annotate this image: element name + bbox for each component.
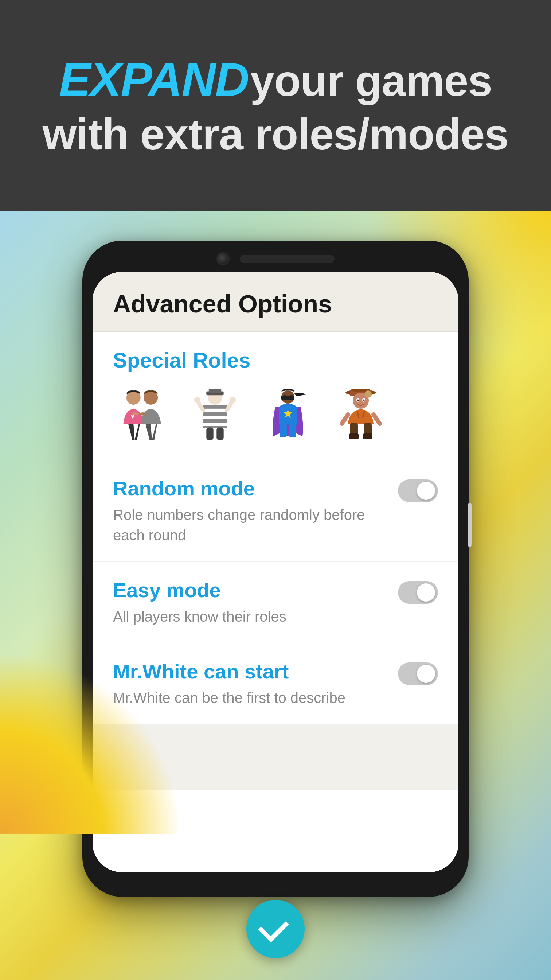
- content-area: Special Roles: [92, 332, 459, 872]
- easy-mode-row: Easy mode All players know their roles: [113, 578, 438, 627]
- fab-area: [246, 900, 305, 958]
- svg-rect-21: [279, 425, 287, 438]
- easy-mode-section: Easy mode All players know their roles: [92, 562, 459, 643]
- phone-screen: Advanced Options Special Roles: [92, 272, 459, 872]
- phone-outer: Advanced Options Special Roles: [83, 240, 468, 897]
- mr-white-toggle[interactable]: [398, 662, 438, 685]
- phone-frame: Advanced Options Special Roles: [83, 240, 468, 897]
- mime-character[interactable]: [186, 385, 244, 444]
- random-mode-section: Random mode Role numbers change randomly…: [92, 460, 459, 562]
- couple-character[interactable]: [113, 385, 171, 444]
- svg-point-18: [282, 395, 287, 399]
- confirm-fab-button[interactable]: [246, 900, 305, 958]
- svg-point-13: [230, 397, 236, 403]
- easy-mode-toggle[interactable]: [398, 581, 438, 604]
- screen-content: Advanced Options Special Roles: [92, 272, 459, 872]
- svg-rect-14: [206, 428, 213, 440]
- front-camera: [216, 252, 230, 266]
- mr-white-label: Mr.White can start: [113, 660, 383, 683]
- svg-rect-6: [203, 405, 227, 409]
- cowboy-character[interactable]: [332, 385, 390, 444]
- svg-point-31: [364, 390, 372, 398]
- mr-white-text: Mr.White can start Mr.White can be the f…: [113, 660, 398, 708]
- mr-white-desc: Mr.White can be the first to describe: [113, 687, 383, 708]
- phone-top-bar: [92, 252, 459, 266]
- checkmark-icon: [258, 912, 289, 942]
- advanced-options-title: Advanced Options: [113, 290, 332, 318]
- svg-line-36: [342, 415, 348, 424]
- superhero-character[interactable]: [259, 385, 317, 444]
- svg-point-30: [363, 399, 365, 401]
- expand-label: EXPAND: [59, 53, 249, 106]
- screen-bottom-area: [92, 725, 459, 791]
- svg-line-37: [373, 415, 380, 424]
- easy-mode-label: Easy mode: [113, 578, 383, 602]
- random-mode-text: Random mode Role numbers change randomly…: [113, 477, 398, 546]
- roles-row: [113, 385, 438, 444]
- easy-mode-desc: All players know their roles: [113, 606, 383, 627]
- svg-point-29: [357, 399, 359, 401]
- random-mode-row: Random mode Role numbers change randomly…: [113, 477, 438, 546]
- advanced-options-header: Advanced Options: [92, 272, 459, 332]
- mr-white-section: Mr.White can start Mr.White can be the f…: [92, 643, 459, 725]
- svg-rect-7: [203, 412, 227, 415]
- special-roles-title: Special Roles: [113, 348, 438, 372]
- random-mode-toggle[interactable]: [398, 479, 438, 502]
- svg-rect-15: [216, 428, 223, 440]
- subtitle-line1: your games: [250, 56, 492, 105]
- svg-rect-8: [203, 419, 227, 423]
- header-text: EXPAND your games with extra roles/modes: [43, 51, 508, 161]
- header-banner: EXPAND your games with extra roles/modes: [0, 0, 551, 212]
- svg-rect-22: [289, 425, 296, 438]
- svg-rect-35: [363, 433, 372, 439]
- background-gradient: Advanced Options Special Roles: [0, 212, 551, 980]
- svg-rect-4: [209, 389, 221, 393]
- subtitle-line2: with extra roles/modes: [43, 108, 508, 161]
- random-mode-label: Random mode: [113, 477, 383, 500]
- svg-rect-34: [349, 433, 359, 439]
- mr-white-row: Mr.White can start Mr.White can be the f…: [113, 660, 438, 708]
- easy-mode-text: Easy mode All players know their roles: [113, 578, 398, 627]
- special-roles-section: Special Roles: [92, 332, 459, 460]
- svg-point-19: [289, 395, 294, 399]
- scrollbar[interactable]: [468, 503, 472, 547]
- svg-rect-9: [203, 426, 227, 428]
- svg-point-12: [194, 397, 200, 403]
- random-mode-desc: Role numbers change randomly before each…: [113, 504, 383, 546]
- speaker-grille: [240, 255, 335, 263]
